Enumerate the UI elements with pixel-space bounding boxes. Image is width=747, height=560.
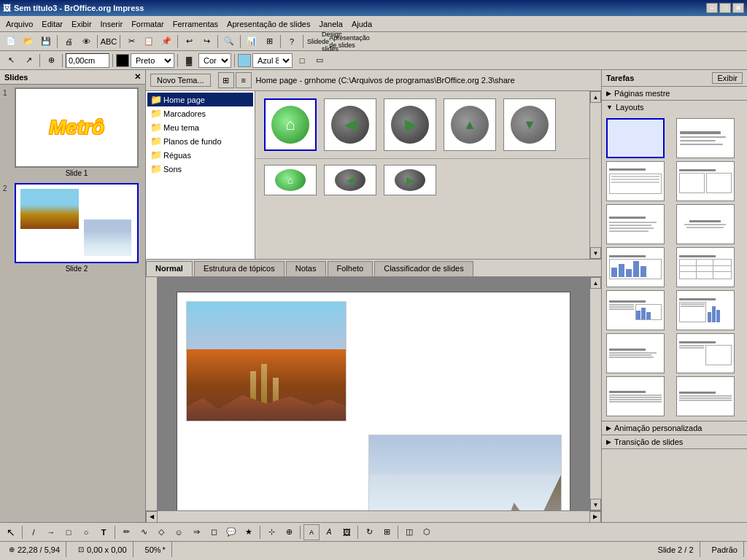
tab-outline[interactable]: Estrutura de tópicos — [194, 261, 285, 276]
vscroll-up[interactable]: ▲ — [590, 277, 601, 289]
layout-chart[interactable] — [606, 247, 665, 287]
draw-block-arrows[interactable]: ⇒ — [188, 524, 204, 540]
tab-normal[interactable]: Normal — [146, 261, 193, 276]
tasks-view-button[interactable]: Exibir — [712, 72, 743, 84]
draw-from-file[interactable]: 🖼 — [338, 524, 355, 540]
theme-icon-row2-1[interactable]: ⌂ — [264, 165, 317, 195]
tree-item-reguas[interactable]: 📁 Réguas — [147, 148, 253, 162]
new-theme-button[interactable]: Novo Tema... — [150, 74, 211, 87]
theme-icon-up[interactable]: ▲ — [444, 98, 496, 151]
layout-12[interactable] — [676, 333, 735, 373]
draw-glue[interactable]: ⊕ — [281, 524, 297, 540]
tab-sorter[interactable]: Classificador de slides — [374, 261, 473, 276]
section-animacao-header[interactable]: ▶ Animação personalizada — [602, 421, 747, 435]
spellcheck-button[interactable]: ABC — [101, 34, 117, 50]
slide-btn[interactable]: Slide — [306, 34, 322, 50]
undo-button[interactable]: ↩ — [181, 34, 197, 50]
chart-button[interactable]: 📊 — [244, 34, 260, 50]
draw-line[interactable]: / — [26, 524, 42, 540]
layout-5[interactable] — [606, 204, 665, 244]
draw-select[interactable]: ↖ — [3, 524, 19, 540]
slide-presentation-btn[interactable]: Apresentação de slides — [341, 34, 357, 50]
close-button[interactable]: ✕ — [732, 3, 744, 13]
menu-ferramentas[interactable]: Ferramentas — [169, 18, 222, 30]
theme-icon-home[interactable]: ⌂ — [264, 98, 317, 151]
tree-item-sons[interactable]: 📁 Sons — [147, 162, 253, 176]
find-button[interactable]: 🔍 — [221, 34, 237, 50]
theme-icon-row2-2[interactable]: ◀ — [324, 165, 376, 195]
theme-icon-prev[interactable]: ◀ — [324, 98, 376, 151]
menu-ajuda[interactable]: Ajuda — [347, 18, 376, 30]
draw-callouts[interactable]: 💬 — [223, 524, 239, 540]
slide-item-2[interactable]: 2 Slide 2 — [3, 183, 142, 273]
paste-button[interactable]: 📌 — [158, 34, 174, 50]
draw-flowchart[interactable]: ◻ — [206, 524, 222, 540]
menu-arquivo[interactable]: Arquivo — [1, 18, 37, 30]
draw-textbox[interactable]: A — [303, 524, 320, 540]
draw-ellipse[interactable]: ○ — [78, 524, 94, 540]
tb2-btn2[interactable]: ↗ — [20, 52, 36, 69]
slide-item-1[interactable]: 1 Metrô Slide 1 — [3, 88, 142, 177]
hscroll-left[interactable]: ◀ — [146, 511, 158, 523]
copy-button[interactable]: 📋 — [141, 34, 157, 50]
draw-align[interactable]: ⊞ — [379, 524, 395, 540]
layout-6[interactable] — [676, 204, 735, 244]
save-button[interactable]: 💾 — [38, 34, 54, 50]
preview-button[interactable]: 👁 — [78, 34, 94, 50]
print-button[interactable]: 🖨 — [61, 34, 77, 50]
statusbar-zoom[interactable]: 50% * — [139, 542, 172, 557]
layout-blank[interactable] — [606, 118, 665, 158]
tree-item-meutema[interactable]: 📁 Meu tema — [147, 120, 253, 134]
draw-shadow[interactable]: ◫ — [401, 524, 417, 540]
vscroll-down[interactable]: ▼ — [590, 499, 601, 510]
slides-panel-close[interactable]: ✕ — [134, 72, 141, 82]
section-layouts-header[interactable]: ▼ Layouts — [602, 101, 747, 114]
layout-11[interactable] — [606, 333, 665, 373]
color2-select[interactable]: Azul 8 — [252, 53, 293, 68]
theme-icon-row2-3[interactable]: ▶ — [384, 165, 436, 195]
tb2-extra1[interactable]: □ — [294, 52, 310, 69]
menu-exibir[interactable]: Exibir — [67, 18, 96, 30]
draw-curves[interactable]: ∿ — [136, 524, 152, 540]
view-grid-btn[interactable]: ⊞ — [218, 72, 234, 88]
menu-apresentação-de-slides[interactable]: Apresentação de slides — [222, 18, 314, 30]
theme-icon-down[interactable]: ▼ — [503, 98, 556, 151]
scroll-down-btn[interactable]: ▼ — [590, 247, 601, 259]
draw-rotate[interactable]: ↻ — [361, 524, 377, 540]
layout-table[interactable] — [676, 247, 735, 287]
layout-4[interactable] — [676, 161, 735, 201]
draw-3d[interactable]: ⬡ — [419, 524, 435, 540]
draw-fontwork[interactable]: A — [321, 524, 337, 540]
tb2-btn3[interactable]: ⊕ — [43, 52, 59, 69]
layout-10[interactable] — [676, 290, 735, 330]
draw-shapes[interactable]: ◇ — [153, 524, 169, 540]
layout-title-only[interactable] — [676, 118, 735, 158]
section-paginas-mestre-header[interactable]: ▶ Páginas mestre — [602, 87, 747, 100]
minimize-button[interactable]: − — [706, 3, 718, 13]
hscroll-right[interactable]: ▶ — [589, 511, 601, 523]
tree-item-marcadores[interactable]: 📁 Marcadores — [147, 106, 253, 120]
color-select[interactable]: Preto — [131, 53, 174, 68]
tree-item-planos[interactable]: 📁 Planos de fundo — [147, 134, 253, 148]
restore-button[interactable]: □ — [719, 3, 731, 13]
menu-editar[interactable]: Editar — [37, 18, 67, 30]
tb2-extra2[interactable]: ▭ — [311, 52, 328, 69]
slide-editor-inner[interactable] — [158, 277, 589, 510]
redo-button[interactable]: ↪ — [198, 34, 214, 50]
draw-arrow[interactable]: → — [43, 524, 59, 540]
tab-notes[interactable]: Notas — [286, 261, 326, 276]
menu-formatar[interactable]: Formatar — [127, 18, 169, 30]
size-input[interactable] — [66, 53, 109, 68]
tab-handout[interactable]: Folheto — [328, 261, 374, 276]
layout-9[interactable] — [606, 290, 665, 330]
layout-3[interactable] — [606, 161, 665, 201]
tree-item-homepage[interactable]: 📁 Home page — [147, 93, 253, 106]
draw-points[interactable]: ⊹ — [263, 524, 279, 540]
section-transicao-header[interactable]: ▶ Transição de slides — [602, 435, 747, 448]
draw-freehand[interactable]: ✏ — [118, 524, 134, 540]
theme-icon-next[interactable]: ▶ — [384, 98, 436, 151]
open-button[interactable]: 📂 — [20, 34, 36, 50]
menu-janela[interactable]: Janela — [314, 18, 347, 30]
fill-btn[interactable]: ▓ — [181, 52, 197, 69]
draw-symbol[interactable]: ☺ — [171, 524, 187, 540]
